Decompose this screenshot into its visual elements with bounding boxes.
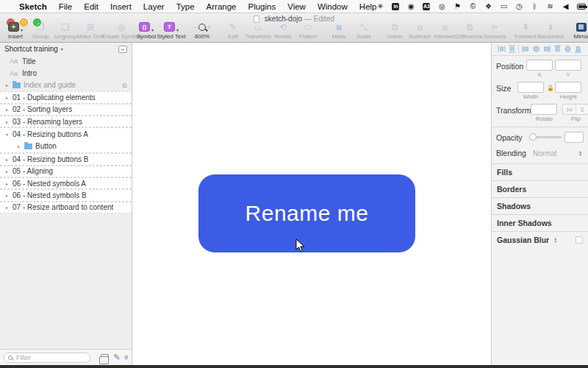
align-middle-vertical-icon[interactable] <box>564 45 572 53</box>
copyright-icon[interactable]: © <box>469 2 476 10</box>
wifi-icon[interactable]: ≋ <box>546 2 553 10</box>
artboard-row-01-duplicating-elements[interactable]: ▸ 01 - Duplicating elements <box>0 91 132 103</box>
layer-row-index-and-guide[interactable]: ▸ Index and guide ⊙ <box>0 79 132 91</box>
menu-edit[interactable]: Edit <box>84 2 98 11</box>
difference-button[interactable]: ⧉ Difference <box>460 21 479 40</box>
make-grid-button[interactable]: ⊞ Make Grid <box>81 21 100 40</box>
styled-text-button[interactable]: T▾ Styled Text <box>162 21 181 40</box>
linkedin-icon[interactable]: in <box>392 3 399 10</box>
rename-me-button-layer[interactable]: Rename me <box>198 174 415 252</box>
insert-button[interactable]: +▾ Insert <box>6 21 25 40</box>
mirror-button[interactable]: Mirror <box>572 21 588 40</box>
screen-record-icon[interactable]: ◉ <box>407 2 415 10</box>
flip-horizontal-button[interactable]: ⋈ <box>563 105 576 114</box>
camera-icon[interactable]: ◎ <box>438 2 445 10</box>
draft-pencil-icon[interactable]: ✎ <box>113 353 120 362</box>
rotate-button[interactable]: ⟲ Rotate <box>273 21 293 40</box>
distribute-vertically-icon[interactable] <box>508 45 516 53</box>
create-symbol-button[interactable]: ◎ Create Symbol <box>112 21 131 40</box>
borders-section-header[interactable]: Borders <box>492 180 588 197</box>
disclosure-collapsed-icon[interactable]: ▸ <box>4 157 10 162</box>
scale-button[interactable]: ⤡ Scale <box>354 21 373 40</box>
artboard-row-06-nested-symbols-b[interactable]: ▸ 06 - Nested symbols B <box>0 189 132 201</box>
disclosure-collapsed-icon[interactable]: ▸ <box>16 144 21 149</box>
disclosure-collapsed-icon[interactable]: ▸ <box>4 119 10 124</box>
menu-help[interactable]: Help <box>359 2 377 11</box>
align-center-horizontal-icon[interactable] <box>532 45 540 53</box>
time-machine-icon[interactable]: ◷ <box>515 2 523 10</box>
disclosure-collapsed-icon[interactable]: ▸ <box>4 82 10 88</box>
size-width-field[interactable] <box>517 82 544 93</box>
subtract-button[interactable]: ⧄ Subtract <box>410 21 429 40</box>
layer-row-button-group[interactable]: ▸ Button <box>0 141 132 152</box>
size-height-field[interactable] <box>555 82 581 93</box>
shadows-section-header[interactable]: Shadows <box>492 197 588 214</box>
menu-file[interactable]: File <box>59 2 73 11</box>
page-selector[interactable]: Shortcut training ▾ <box>0 43 132 55</box>
menu-arrange[interactable]: Arrange <box>207 2 237 11</box>
dropbox-icon[interactable]: ❖ <box>484 2 492 10</box>
rotate-field[interactable] <box>531 104 557 115</box>
battery-icon[interactable] <box>577 4 585 10</box>
blending-select[interactable]: Normal ▲▼ <box>531 147 584 159</box>
union-button[interactable]: ⧉ Union <box>385 21 404 40</box>
filter-input[interactable] <box>4 353 90 363</box>
flip-vertical-button[interactable]: ⧖ <box>576 105 588 114</box>
zoom-out-button[interactable]: − <box>193 22 198 32</box>
menu-type[interactable]: Type <box>176 2 195 11</box>
adobe-cc-3-icon[interactable]: A3 <box>423 3 430 10</box>
airplay-display-icon[interactable]: ▭ <box>500 2 507 10</box>
intersect-button[interactable]: ⧈ Intersect <box>435 21 454 40</box>
artboard-row-04-resizing-buttons-b[interactable]: ▸ 04 - Resizing buttons B <box>0 153 132 165</box>
disclosure-collapsed-icon[interactable]: ▸ <box>4 107 10 112</box>
keyboard-brightness-icon[interactable]: ✳ <box>376 2 384 10</box>
lock-proportions-icon[interactable]: 🔒 <box>547 82 554 91</box>
menu-view[interactable]: View <box>287 2 306 11</box>
menu-plugins[interactable]: Plugins <box>248 2 276 11</box>
layer-row-intro[interactable]: Aa Intro <box>0 67 132 79</box>
artboard-row-07-resize-artboard-to-content[interactable]: ▸ 07 - Resize artboard to content <box>0 202 132 213</box>
opacity-slider-knob[interactable] <box>529 133 537 141</box>
artboard-row-05-aligning[interactable]: ▸ 05 - Aligning <box>0 166 132 177</box>
artboard-row-03-renaming-layers[interactable]: ▸ 03 - Renaming layers <box>0 116 132 127</box>
bookmark-icon[interactable]: ⚑ <box>453 2 461 10</box>
scissors-button[interactable]: ✂ Scissors <box>485 21 504 40</box>
opacity-slider[interactable] <box>529 136 562 138</box>
transform-button[interactable]: ⏢ Transform <box>248 21 268 40</box>
menu-sketch[interactable]: Sketch <box>19 2 47 11</box>
page-list-toggle-icon[interactable] <box>118 46 127 53</box>
ungroup-button[interactable]: ❏ Ungroup <box>56 21 75 40</box>
gaussian-blur-checkbox[interactable] <box>576 236 583 244</box>
align-bottom-icon[interactable] <box>574 45 582 53</box>
position-y-field[interactable] <box>555 60 581 71</box>
forward-button[interactable]: ⇞ Forward <box>516 21 535 40</box>
disclosure-expanded-icon[interactable]: ▾ <box>4 132 10 137</box>
backward-button[interactable]: ⇟ Backward <box>541 21 560 40</box>
pages-panel-icon[interactable] <box>101 354 109 361</box>
disclosure-collapsed-icon[interactable]: ▸ <box>4 193 10 198</box>
gaussian-blur-section-header[interactable]: Gaussian Blur ▲▼ <box>492 231 588 248</box>
disclosure-collapsed-icon[interactable]: ▸ <box>4 205 10 210</box>
artboard-row-02-sorting-layers[interactable]: ▸ 02 - Sorting layers <box>0 104 132 116</box>
fills-section-header[interactable]: Fills <box>492 163 588 180</box>
align-left-icon[interactable] <box>522 45 530 53</box>
menu-window[interactable]: Window <box>318 2 348 11</box>
artboard-row-06-nested-symbols-a[interactable]: ▸ 06 - Nested symbols A <box>0 177 132 189</box>
inner-shadows-section-header[interactable]: Inner Shadows <box>492 214 588 231</box>
group-button[interactable]: ❐ Group <box>31 21 50 40</box>
menu-insert[interactable]: Insert <box>110 2 132 11</box>
artboard-row-04-resizing-buttons-a[interactable]: ▾ 04 - Resizing buttons A <box>0 128 132 140</box>
disclosure-collapsed-icon[interactable]: ▸ <box>4 169 10 174</box>
disclosure-collapsed-icon[interactable]: ▸ <box>4 181 10 186</box>
symbol-button[interactable]: ()▾ Symbol <box>137 21 156 40</box>
align-right-icon[interactable] <box>542 45 551 53</box>
disclosure-collapsed-icon[interactable]: ▸ <box>4 95 10 100</box>
visibility-eye-icon[interactable]: ⊙ <box>121 82 127 89</box>
position-x-field[interactable] <box>526 60 553 71</box>
layer-row-title[interactable]: Aa Title <box>0 55 132 67</box>
edit-button[interactable]: ✎ Edit <box>223 21 243 40</box>
volume-icon[interactable]: ◀ <box>562 2 569 10</box>
mask-button[interactable]: ◙ Mask <box>329 21 348 40</box>
flatten-button[interactable]: ⬭ Flatten <box>298 21 318 40</box>
opacity-value-field[interactable] <box>564 132 584 143</box>
